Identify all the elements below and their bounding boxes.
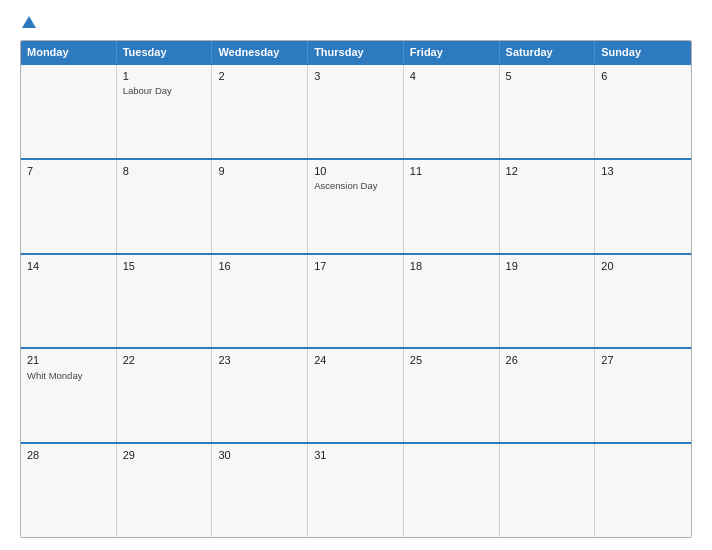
calendar: MondayTuesdayWednesdayThursdayFridaySatu… <box>20 40 692 538</box>
day-number: 15 <box>123 259 207 274</box>
cal-cell: 28 <box>21 444 117 537</box>
week-row-1: 1Labour Day23456 <box>21 63 691 158</box>
cal-cell: 18 <box>404 255 500 348</box>
header-day-monday: Monday <box>21 41 117 63</box>
day-number: 12 <box>506 164 590 179</box>
cal-cell: 15 <box>117 255 213 348</box>
cal-cell <box>21 65 117 158</box>
cal-cell: 16 <box>212 255 308 348</box>
header-day-wednesday: Wednesday <box>212 41 308 63</box>
week-row-5: 28293031 <box>21 442 691 537</box>
cal-cell: 24 <box>308 349 404 442</box>
day-number: 14 <box>27 259 111 274</box>
day-number: 7 <box>27 164 111 179</box>
cal-cell: 8 <box>117 160 213 253</box>
day-number: 24 <box>314 353 398 368</box>
day-number: 19 <box>506 259 590 274</box>
day-number: 6 <box>601 69 686 84</box>
day-number: 16 <box>218 259 302 274</box>
cal-cell: 3 <box>308 65 404 158</box>
day-number: 10 <box>314 164 398 179</box>
header <box>20 18 692 30</box>
day-number: 13 <box>601 164 686 179</box>
week-row-4: 21Whit Monday222324252627 <box>21 347 691 442</box>
day-number: 20 <box>601 259 686 274</box>
day-number: 9 <box>218 164 302 179</box>
cal-cell: 25 <box>404 349 500 442</box>
cal-cell: 7 <box>21 160 117 253</box>
day-event: Labour Day <box>123 85 207 97</box>
cal-cell: 27 <box>595 349 691 442</box>
logo <box>20 18 36 30</box>
cal-cell <box>595 444 691 537</box>
header-day-friday: Friday <box>404 41 500 63</box>
cal-cell: 26 <box>500 349 596 442</box>
header-day-saturday: Saturday <box>500 41 596 63</box>
cal-cell: 14 <box>21 255 117 348</box>
day-number: 4 <box>410 69 494 84</box>
day-event: Whit Monday <box>27 370 111 382</box>
day-number: 31 <box>314 448 398 463</box>
header-day-tuesday: Tuesday <box>117 41 213 63</box>
cal-cell: 23 <box>212 349 308 442</box>
day-number: 5 <box>506 69 590 84</box>
cal-cell: 19 <box>500 255 596 348</box>
cal-cell: 17 <box>308 255 404 348</box>
day-number: 17 <box>314 259 398 274</box>
cal-cell: 21Whit Monday <box>21 349 117 442</box>
header-day-sunday: Sunday <box>595 41 691 63</box>
day-number: 3 <box>314 69 398 84</box>
cal-cell: 31 <box>308 444 404 537</box>
cal-cell: 13 <box>595 160 691 253</box>
cal-cell: 20 <box>595 255 691 348</box>
day-number: 29 <box>123 448 207 463</box>
cal-cell: 6 <box>595 65 691 158</box>
day-number: 26 <box>506 353 590 368</box>
logo-triangle-icon <box>22 16 36 28</box>
day-number: 1 <box>123 69 207 84</box>
cal-cell: 22 <box>117 349 213 442</box>
week-row-2: 78910Ascension Day111213 <box>21 158 691 253</box>
day-number: 25 <box>410 353 494 368</box>
day-number: 23 <box>218 353 302 368</box>
cal-cell: 1Labour Day <box>117 65 213 158</box>
header-day-thursday: Thursday <box>308 41 404 63</box>
day-number: 8 <box>123 164 207 179</box>
cal-cell: 11 <box>404 160 500 253</box>
cal-cell: 4 <box>404 65 500 158</box>
page: MondayTuesdayWednesdayThursdayFridaySatu… <box>0 0 712 550</box>
day-event: Ascension Day <box>314 180 398 192</box>
cal-cell: 29 <box>117 444 213 537</box>
cal-cell: 5 <box>500 65 596 158</box>
day-number: 22 <box>123 353 207 368</box>
cal-cell: 10Ascension Day <box>308 160 404 253</box>
calendar-header-row: MondayTuesdayWednesdayThursdayFridaySatu… <box>21 41 691 63</box>
cal-cell: 9 <box>212 160 308 253</box>
day-number: 21 <box>27 353 111 368</box>
cal-cell: 30 <box>212 444 308 537</box>
day-number: 27 <box>601 353 686 368</box>
day-number: 11 <box>410 164 494 179</box>
week-row-3: 14151617181920 <box>21 253 691 348</box>
day-number: 2 <box>218 69 302 84</box>
cal-cell: 12 <box>500 160 596 253</box>
day-number: 30 <box>218 448 302 463</box>
cal-cell <box>404 444 500 537</box>
day-number: 28 <box>27 448 111 463</box>
cal-cell: 2 <box>212 65 308 158</box>
day-number: 18 <box>410 259 494 274</box>
calendar-body: 1Labour Day2345678910Ascension Day111213… <box>21 63 691 537</box>
cal-cell <box>500 444 596 537</box>
